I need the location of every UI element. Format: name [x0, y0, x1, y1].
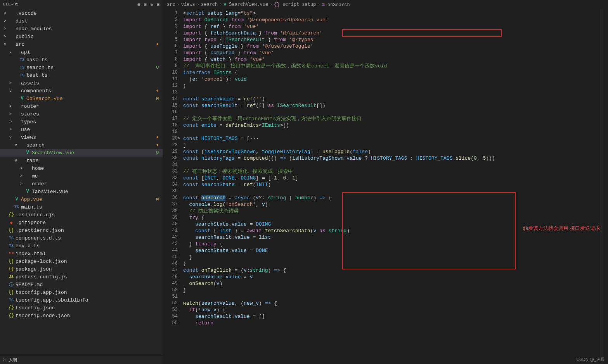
- code-line[interactable]: searchResult.value = []: [183, 313, 600, 320]
- tree-item[interactable]: >dist: [0, 17, 163, 25]
- tree-item[interactable]: vviews●: [0, 133, 163, 141]
- tree-item[interactable]: {}package-lock.json: [0, 257, 163, 265]
- breadcrumb-item[interactable]: ⊡ onSearch: [322, 2, 350, 8]
- code-line[interactable]: }: [183, 260, 600, 267]
- code-line[interactable]: (e: 'cancel'): void: [183, 76, 600, 83]
- code-line[interactable]: searchResult.value = list: [183, 234, 600, 241]
- tree-item[interactable]: {}package.json: [0, 265, 163, 273]
- breadcrumb-item[interactable]: V SearchView.vue: [223, 2, 268, 7]
- tree-item[interactable]: >use: [0, 126, 163, 133]
- code-line[interactable]: [183, 109, 600, 116]
- tree-item[interactable]: >me: [0, 172, 163, 180]
- tree-item[interactable]: TStest.ts: [0, 71, 163, 79]
- tree-item[interactable]: >assets: [0, 79, 163, 87]
- code-line[interactable]: ]: [183, 142, 600, 148]
- code-line[interactable]: const searchValue = ref(''): [183, 96, 600, 102]
- breadcrumb-item[interactable]: src: [167, 2, 175, 7]
- code-line[interactable]: console.log('onSearch', v): [183, 201, 600, 208]
- tree-item[interactable]: TSsearch.tsU: [0, 64, 163, 71]
- tree-item[interactable]: {}.eslintrc.cjs: [0, 211, 163, 219]
- code-line[interactable]: import { ref } from 'vue': [183, 23, 600, 30]
- collapse-icon[interactable]: ⊟: [157, 2, 159, 7]
- scrollbar[interactable]: [603, 9, 608, 364]
- code-line[interactable]: }: [183, 254, 600, 260]
- tree-item[interactable]: vtabs: [0, 157, 163, 164]
- tree-item[interactable]: VApp.vueM: [0, 195, 163, 203]
- tree-item[interactable]: vsearch●: [0, 141, 163, 149]
- breadcrumb-item[interactable]: {} script setup: [274, 2, 316, 7]
- code-line[interactable]: const [isHistoryTagShown, toggleHistoryT…: [183, 148, 600, 155]
- tree-item[interactable]: TSenv.d.ts: [0, 242, 163, 250]
- code-line[interactable]: // 有三种状态：搜索初始化、搜索完成、搜索中: [183, 168, 600, 175]
- tree-item[interactable]: {}tsconfig.node.json: [0, 312, 163, 319]
- code-line[interactable]: // 声明事件接口，接口中属性值是一个函数，函数名是cancel，返回值是一个函…: [183, 63, 600, 69]
- code-content[interactable]: <script setup lang="ts">import OpSearch …: [183, 9, 600, 364]
- tree-item[interactable]: >order: [0, 180, 163, 188]
- code-line[interactable]: const searchState = ref(INIT): [183, 181, 600, 188]
- code-line[interactable]: onSearch(v): [183, 280, 600, 287]
- tree-item[interactable]: >router: [0, 102, 163, 110]
- refresh-icon[interactable]: ↻: [151, 2, 153, 7]
- tree-item[interactable]: TStsconfig.app.tsbuildinfo: [0, 296, 163, 304]
- tree-item[interactable]: >stores: [0, 110, 163, 118]
- file-tree[interactable]: >.vscode>dist>node_modules>publicvsrc●va…: [0, 9, 163, 355]
- code-line[interactable]: const searchResult = ref([] as ISearchRe…: [183, 102, 600, 109]
- code-line[interactable]: if(!new_v) {: [183, 307, 600, 313]
- code-area[interactable]: 1234567891011121314151617181920282930313…: [163, 9, 608, 364]
- tree-item[interactable]: VOpSearch.vueM: [0, 95, 163, 102]
- code-line[interactable]: } finally {: [183, 241, 600, 247]
- code-line[interactable]: searchValue.value = v: [183, 274, 600, 280]
- code-line[interactable]: searchState.value = DONE: [183, 247, 600, 254]
- outline-section[interactable]: > 大纲: [0, 355, 163, 364]
- code-line[interactable]: import { watch } from 'vue': [183, 56, 600, 63]
- tree-item[interactable]: TScomponents.d.ts: [0, 234, 163, 242]
- code-line[interactable]: >const HISTORY_TAGS = [···: [183, 135, 600, 142]
- code-line[interactable]: watch(searchValue, (new_v) => {: [183, 300, 600, 307]
- tree-item[interactable]: VSearchView.vueU: [0, 149, 163, 157]
- code-line[interactable]: [183, 89, 600, 96]
- tree-item[interactable]: >node_modules: [0, 25, 163, 33]
- tree-item[interactable]: {}tsconfig.app.json: [0, 288, 163, 296]
- code-line[interactable]: import type { ISearchResult } from '@/ty…: [183, 36, 600, 43]
- code-line[interactable]: import { fetchSearchData } from '@/api/s…: [183, 30, 600, 36]
- breadcrumb[interactable]: src›views›search›V SearchView.vue›{} scr…: [163, 0, 608, 9]
- breadcrumb-item[interactable]: views: [181, 2, 195, 7]
- code-line[interactable]: const historyTags = computed(() => (isHi…: [183, 155, 600, 162]
- code-line[interactable]: }: [183, 83, 600, 89]
- code-line[interactable]: }: [183, 287, 600, 293]
- tree-item[interactable]: >home: [0, 164, 163, 172]
- code-line[interactable]: import { computed } from 'vue': [183, 50, 600, 56]
- tree-item[interactable]: ◆.gitignore: [0, 219, 163, 226]
- code-line[interactable]: <script setup lang="ts">: [183, 10, 600, 17]
- tree-item[interactable]: {}.prettierrc.json: [0, 226, 163, 234]
- code-line[interactable]: const [INIT, DONE, DOING] = [-1, 0, 1]: [183, 175, 600, 181]
- code-line[interactable]: [183, 188, 600, 195]
- code-line[interactable]: // 防止搜索状态错误: [183, 208, 600, 214]
- code-line[interactable]: [183, 162, 600, 168]
- tree-item[interactable]: VTabsView.vue: [0, 188, 163, 195]
- code-line[interactable]: const emits = defineEmits<IEmits>(): [183, 122, 600, 129]
- code-line[interactable]: [183, 293, 600, 300]
- code-line[interactable]: interface IEmits {: [183, 69, 600, 76]
- code-line[interactable]: import { useToggle } from '@/use/useTogg…: [183, 43, 600, 50]
- tree-item[interactable]: vcomponents●: [0, 87, 163, 95]
- code-line[interactable]: try {: [183, 214, 600, 221]
- tree-item[interactable]: <>index.html: [0, 250, 163, 257]
- code-line[interactable]: import OpSearch from '@/components/OpSea…: [183, 17, 600, 23]
- breadcrumb-item[interactable]: search: [201, 2, 218, 7]
- code-line[interactable]: const onSearch = async (v?: string | num…: [183, 195, 600, 201]
- tree-item[interactable]: vsrc●: [0, 40, 163, 48]
- code-line[interactable]: return: [183, 320, 600, 326]
- tree-item[interactable]: JSpostcss.config.js: [0, 273, 163, 281]
- tree-item[interactable]: >public: [0, 33, 163, 40]
- tree-item[interactable]: ⓘREADME.md: [0, 281, 163, 288]
- tree-item[interactable]: >types: [0, 118, 163, 126]
- tree-item[interactable]: TSbase.ts: [0, 56, 163, 64]
- tree-item[interactable]: {}tsconfig.json: [0, 304, 163, 312]
- tree-item[interactable]: vapi: [0, 48, 163, 56]
- new-folder-icon[interactable]: ⊟: [144, 2, 147, 7]
- code-line[interactable]: // 定义一个事件变量，用defineEmits方法实现，方法中引入声明的事件接…: [183, 116, 600, 122]
- code-line[interactable]: const onTagClick = (v:string) => {: [183, 267, 600, 274]
- code-line[interactable]: [183, 129, 600, 135]
- new-file-icon[interactable]: ⊞: [138, 2, 140, 7]
